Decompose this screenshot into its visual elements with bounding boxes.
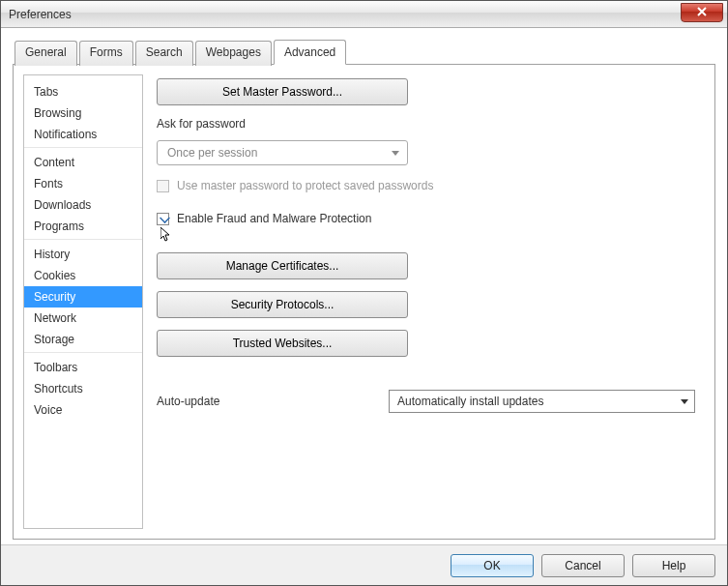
cursor-icon xyxy=(160,227,172,243)
tab-advanced[interactable]: Advanced xyxy=(274,40,346,65)
ask-password-dropdown[interactable]: Once per session xyxy=(157,140,408,165)
sidebar-item-voice[interactable]: Voice xyxy=(24,399,142,421)
tab-panel-advanced: Tabs Browsing Notifications Content Font… xyxy=(13,64,715,540)
auto-update-value: Automatically install updates xyxy=(397,395,543,408)
advanced-sidebar[interactable]: Tabs Browsing Notifications Content Font… xyxy=(23,74,143,529)
close-button[interactable] xyxy=(681,3,723,22)
use-master-password-row: Use master password to protect saved pas… xyxy=(157,179,695,192)
titlebar: Preferences xyxy=(1,1,727,28)
security-panel: Set Master Password... Ask for password … xyxy=(157,74,705,529)
sidebar-item-history[interactable]: History xyxy=(24,244,142,265)
manage-certificates-button[interactable]: Manage Certificates... xyxy=(157,252,408,279)
tab-webpages[interactable]: Webpages xyxy=(195,41,272,66)
auto-update-row: Auto-update Automatically install update… xyxy=(157,390,695,413)
window-title: Preferences xyxy=(9,8,72,21)
use-master-password-label: Use master password to protect saved pas… xyxy=(177,179,433,192)
sidebar-item-shortcuts[interactable]: Shortcuts xyxy=(24,378,142,399)
set-master-password-button[interactable]: Set Master Password... xyxy=(157,78,408,105)
tab-strip: General Forms Search Webpages Advanced xyxy=(13,40,715,65)
auto-update-label: Auto-update xyxy=(157,395,369,408)
sidebar-item-network[interactable]: Network xyxy=(24,308,142,329)
ask-password-value: Once per session xyxy=(167,146,257,160)
enable-fraud-row: Enable Fraud and Malware Protection xyxy=(157,212,695,225)
tab-search[interactable]: Search xyxy=(135,41,193,66)
tab-forms[interactable]: Forms xyxy=(79,41,133,66)
auto-update-dropdown[interactable]: Automatically install updates xyxy=(389,390,695,413)
sidebar-group: Content Fonts Downloads Programs xyxy=(24,150,142,240)
sidebar-item-programs[interactable]: Programs xyxy=(24,216,142,237)
enable-fraud-label: Enable Fraud and Malware Protection xyxy=(177,212,371,225)
sidebar-item-fonts[interactable]: Fonts xyxy=(24,173,142,194)
trusted-websites-button[interactable]: Trusted Websites... xyxy=(157,330,408,357)
sidebar-item-storage[interactable]: Storage xyxy=(24,329,142,350)
cancel-button[interactable]: Cancel xyxy=(541,554,625,577)
tab-general[interactable]: General xyxy=(15,41,77,66)
sidebar-group: Toolbars Shortcuts Voice xyxy=(24,355,142,423)
sidebar-group: Tabs Browsing Notifications xyxy=(24,79,142,148)
sidebar-item-toolbars[interactable]: Toolbars xyxy=(24,357,142,378)
dialog-body: General Forms Search Webpages Advanced T… xyxy=(1,28,727,544)
sidebar-group: History Cookies Security Network Storage xyxy=(24,242,142,353)
use-master-password-checkbox xyxy=(157,180,169,192)
dialog-button-bar: OK Cancel Help xyxy=(1,544,727,585)
sidebar-item-downloads[interactable]: Downloads xyxy=(24,194,142,216)
sidebar-item-notifications[interactable]: Notifications xyxy=(24,124,142,145)
chevron-down-icon xyxy=(392,151,399,156)
ask-for-password-label: Ask for password xyxy=(157,117,695,131)
close-icon xyxy=(697,7,707,16)
enable-fraud-checkbox[interactable] xyxy=(157,213,169,225)
ok-button[interactable]: OK xyxy=(451,554,534,577)
chevron-down-icon xyxy=(681,399,688,404)
sidebar-item-content[interactable]: Content xyxy=(24,152,142,173)
sidebar-item-cookies[interactable]: Cookies xyxy=(24,265,142,286)
sidebar-item-tabs[interactable]: Tabs xyxy=(24,81,142,103)
sidebar-item-browsing[interactable]: Browsing xyxy=(24,103,142,124)
help-button[interactable]: Help xyxy=(632,554,715,577)
sidebar-item-security[interactable]: Security xyxy=(24,286,142,308)
security-protocols-button[interactable]: Security Protocols... xyxy=(157,291,408,318)
